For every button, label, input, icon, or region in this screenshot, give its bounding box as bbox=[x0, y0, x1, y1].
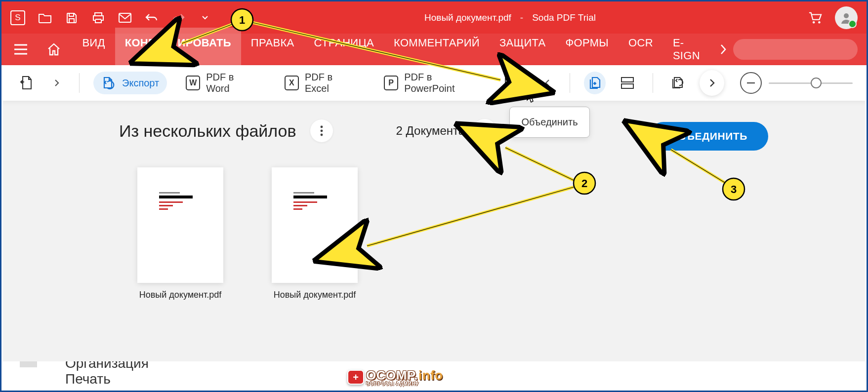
document-name: Новый документ.pdf bbox=[139, 290, 222, 300]
workarea-title: Из нескольких файлов bbox=[119, 121, 296, 141]
merge-tooltip: Объединить bbox=[509, 107, 590, 138]
svg-point-3 bbox=[844, 13, 849, 18]
documents-row: Новый документ.pdf Новый документ.pdf bbox=[137, 167, 830, 300]
svg-rect-4 bbox=[505, 78, 518, 88]
svg-point-10 bbox=[320, 134, 323, 136]
cart-icon[interactable] bbox=[808, 11, 822, 25]
tab-edit[interactable]: ПРАВКА bbox=[241, 28, 304, 71]
workarea: Из нескольких файлов 2 Документа ОБЪЕДИН… bbox=[3, 99, 865, 363]
zoom-out-button[interactable] bbox=[740, 72, 762, 94]
svg-rect-7 bbox=[621, 84, 633, 88]
split-icon[interactable] bbox=[617, 72, 638, 94]
batch-icon[interactable] bbox=[667, 72, 689, 94]
open-icon[interactable] bbox=[38, 11, 52, 25]
tab-ocr[interactable]: OCR bbox=[619, 28, 663, 71]
export-icon bbox=[101, 76, 116, 90]
tab-view[interactable]: ВИД bbox=[72, 28, 115, 71]
svg-point-9 bbox=[320, 130, 323, 132]
subbar-scroll-right-icon[interactable] bbox=[700, 70, 724, 96]
document-item[interactable]: Новый документ.pdf bbox=[137, 167, 223, 300]
undo-icon[interactable] bbox=[145, 11, 159, 25]
svg-rect-0 bbox=[119, 13, 131, 22]
pdf-to-excel-label: PDF в Excel bbox=[305, 72, 357, 94]
pdf-to-ppt-button[interactable]: P PDF в PowerPoint bbox=[376, 68, 490, 98]
hamburger-icon[interactable] bbox=[10, 39, 32, 60]
pdf-to-word-button[interactable]: W PDF в Word bbox=[178, 68, 266, 98]
title-sep: - bbox=[520, 12, 523, 23]
svg-point-2 bbox=[818, 21, 820, 23]
document-title: Новый документ.pdf bbox=[424, 12, 511, 23]
titlebar-right-group bbox=[808, 6, 858, 29]
svg-point-1 bbox=[813, 21, 815, 23]
menubar: ВИД КОНВЕРТИРОВАТЬ ПРАВКА СТРАНИЦА КОММЕ… bbox=[1, 34, 867, 65]
export-label: Экспорт bbox=[122, 78, 159, 89]
redo-icon[interactable] bbox=[171, 11, 185, 25]
ppt-icon: P bbox=[384, 76, 398, 90]
svg-rect-6 bbox=[621, 78, 633, 82]
main-tabs: ВИД КОНВЕРТИРОВАТЬ ПРАВКА СТРАНИЦА КОММЕ… bbox=[72, 28, 709, 71]
tab-comment[interactable]: КОММЕНТАРИЙ bbox=[384, 28, 490, 71]
mail-icon[interactable] bbox=[118, 11, 132, 25]
add-document-button[interactable] bbox=[473, 119, 496, 143]
sub-toolbar: Экспорт W PDF в Word X PDF в Excel P PDF… bbox=[1, 65, 867, 101]
file-new-icon[interactable] bbox=[15, 72, 37, 94]
merge-icon[interactable] bbox=[584, 72, 606, 94]
zoom-slider[interactable] bbox=[769, 82, 853, 84]
more-options-button[interactable] bbox=[310, 119, 333, 142]
watermark-badge-icon: + bbox=[347, 370, 364, 385]
below-line1: Организация bbox=[65, 361, 149, 371]
merge-tooltip-label: Объединить bbox=[521, 117, 578, 128]
sb-divider-2 bbox=[570, 73, 570, 93]
below-line2: Печать bbox=[65, 371, 111, 387]
pdf-to-excel-button[interactable]: X PDF в Excel bbox=[277, 68, 365, 98]
tab-esign[interactable]: E-SIGN bbox=[663, 28, 710, 71]
breadcrumb-chevron-icon[interactable] bbox=[48, 74, 65, 92]
doc-count-label: 2 Документа bbox=[396, 124, 465, 138]
app-name: Soda PDF Trial bbox=[532, 12, 596, 23]
merge-button[interactable]: ОБЪЕДИНИТЬ bbox=[649, 122, 768, 151]
app-logo-icon[interactable]: S bbox=[10, 10, 25, 25]
word-icon: W bbox=[186, 76, 200, 90]
tab-protect[interactable]: ЗАЩИТА bbox=[490, 28, 556, 71]
image-icon[interactable] bbox=[501, 72, 523, 94]
watermark: + OCOMP.info ВОПРОСЫ АДМИНУ bbox=[347, 368, 443, 387]
account-icon[interactable] bbox=[835, 6, 858, 29]
print-icon[interactable] bbox=[91, 11, 105, 25]
subbar-scroll-left-icon[interactable] bbox=[538, 74, 556, 92]
export-button[interactable]: Экспорт bbox=[93, 72, 167, 94]
zoom-control bbox=[740, 72, 853, 94]
save-icon[interactable] bbox=[65, 11, 79, 25]
tab-forms[interactable]: ФОРМЫ bbox=[556, 28, 619, 71]
tab-page[interactable]: СТРАНИЦА bbox=[304, 28, 384, 71]
sb-divider-3 bbox=[653, 73, 653, 93]
titlebar-title-group: Новый документ.pdf - Soda PDF Trial bbox=[225, 12, 795, 23]
tab-convert[interactable]: КОНВЕРТИРОВАТЬ bbox=[115, 28, 241, 71]
pdf-to-ppt-label: PDF в PowerPoint bbox=[404, 72, 482, 94]
excel-icon: X bbox=[285, 76, 299, 90]
document-name: Новый документ.pdf bbox=[274, 290, 356, 300]
dropdown-icon[interactable] bbox=[198, 11, 212, 25]
search-pill[interactable] bbox=[733, 39, 858, 60]
sb-divider bbox=[79, 73, 80, 93]
titlebar-left-group: S bbox=[10, 10, 212, 25]
doc-count-group: 2 Документа bbox=[396, 119, 497, 143]
zoom-thumb[interactable] bbox=[811, 78, 822, 88]
document-thumbnail bbox=[137, 167, 223, 283]
svg-point-8 bbox=[320, 126, 323, 128]
watermark-tld: info bbox=[418, 368, 443, 383]
document-item[interactable]: Новый документ.pdf bbox=[272, 167, 358, 300]
pdf-to-word-label: PDF в Word bbox=[206, 72, 258, 94]
tabs-scroll-right-icon[interactable] bbox=[715, 44, 732, 55]
home-icon[interactable] bbox=[43, 39, 65, 60]
document-thumbnail bbox=[272, 167, 358, 283]
cursor-icon bbox=[526, 90, 537, 103]
svg-point-5 bbox=[508, 80, 510, 82]
